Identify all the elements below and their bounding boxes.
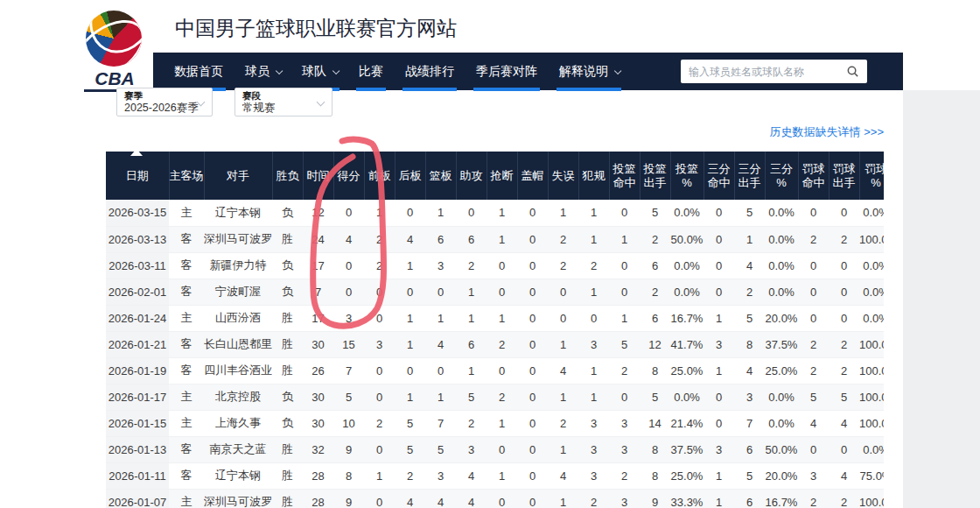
table-row: 2026-01-19客四川丰谷酒业胜267000100412825.0%1425… xyxy=(106,357,884,384)
stat-cell: 8 xyxy=(640,436,670,462)
stat-cell: 1 xyxy=(364,462,395,489)
stat-cell: 6 xyxy=(456,226,486,252)
search-input[interactable] xyxy=(689,66,846,78)
opponent-cell: 南京天之蓝 xyxy=(204,436,272,462)
stat-cell: 1 xyxy=(486,462,517,489)
stat-cell: 4 xyxy=(734,357,765,384)
stat-cell: 0 xyxy=(333,200,364,226)
stat-cell: 2 xyxy=(486,384,517,410)
stat-cell: 3 xyxy=(425,462,456,489)
stat-cell: 20.0% xyxy=(765,462,798,489)
stat-cell: 37.5% xyxy=(765,331,798,357)
stat-cell: 0 xyxy=(517,252,548,279)
stage-filter-dropdown[interactable]: 赛段 常规赛 xyxy=(234,88,332,116)
stat-cell: 1 xyxy=(425,305,456,331)
stat-cell: 0 xyxy=(425,279,456,305)
stat-cell: 0 xyxy=(333,252,364,279)
stat-cell: 1 xyxy=(578,357,609,384)
stat-cell: 9 xyxy=(640,489,670,508)
stat-cell: 32 xyxy=(303,436,333,462)
stat-cell: 4 xyxy=(829,410,859,436)
stat-cell: 0 xyxy=(364,279,395,305)
column-header: 罚球 命中 xyxy=(798,152,829,200)
stat-cell: 3 xyxy=(364,331,395,357)
stat-cell: 30 xyxy=(303,384,333,410)
nav-item-0[interactable]: 数据首页 xyxy=(174,53,223,90)
stat-cell: 0 xyxy=(798,200,829,226)
date-cell: 2026-01-13 xyxy=(106,436,169,462)
stat-cell: 24 xyxy=(303,226,333,252)
search-box[interactable] xyxy=(681,60,867,83)
stat-cell: 0.0% xyxy=(859,279,884,305)
stat-cell: 1 xyxy=(486,305,517,331)
stat-cell: 1 xyxy=(548,489,578,508)
season-filter-dropdown[interactable]: 赛季 2025-2026赛季 xyxy=(116,88,213,116)
stat-cell: 4 xyxy=(395,226,425,252)
opponent-cell: 新疆伊力特 xyxy=(204,252,272,279)
cba-logo[interactable]: CBA xyxy=(84,5,145,89)
stat-cell: 1 xyxy=(578,200,609,226)
stat-cell: 1 xyxy=(734,226,765,252)
history-missing-data-link[interactable]: 历史数据缺失详情 >>> xyxy=(106,124,884,140)
column-header: 得分 xyxy=(333,152,364,200)
column-header: 失误 xyxy=(548,152,578,200)
stat-cell: 0 xyxy=(609,279,640,305)
stat-cell: 7 xyxy=(303,279,333,305)
nav-item-3[interactable]: 比赛 xyxy=(359,53,383,90)
stat-cell: 0 xyxy=(517,279,548,305)
stat-cell: 1 xyxy=(425,384,456,410)
stat-cell: 12 xyxy=(640,331,670,357)
stat-cell: 0 xyxy=(704,410,734,436)
stat-cell: 3 xyxy=(456,436,486,462)
stat-cell: 1 xyxy=(548,200,578,226)
opponent-cell: 四川丰谷酒业 xyxy=(204,357,272,384)
stat-cell: 0 xyxy=(609,252,640,279)
table-row: 2026-01-15主上海久事负30102572102331421.4%070.… xyxy=(106,410,884,436)
stat-cell: 4 xyxy=(456,489,486,508)
stat-cell: 8 xyxy=(640,462,670,489)
nav-item-1[interactable]: 球员 xyxy=(245,53,280,90)
nav-item-6[interactable]: 解释说明 xyxy=(559,53,619,90)
stat-cell: 0 xyxy=(517,200,548,226)
stat-cell: 0 xyxy=(395,279,425,305)
stat-cell: 0 xyxy=(517,226,548,252)
stat-cell: 7 xyxy=(425,410,456,436)
stat-cell: 50.0% xyxy=(670,226,704,252)
date-cell: 2026-03-15 xyxy=(106,200,169,226)
stat-cell: 1 xyxy=(456,305,486,331)
column-header: 三分 % xyxy=(765,152,798,200)
stat-cell: 9 xyxy=(333,436,364,462)
stat-cell: 6 xyxy=(734,436,765,462)
stat-cell: 1 xyxy=(704,462,734,489)
chevron-down-icon xyxy=(614,67,621,74)
column-header: 投篮 出手 xyxy=(640,152,670,200)
stat-cell: 主 xyxy=(169,200,204,226)
stat-cell: 1 xyxy=(704,489,734,508)
search-icon[interactable] xyxy=(846,65,859,78)
stat-cell: 2 xyxy=(548,252,578,279)
stat-cell: 2 xyxy=(609,462,640,489)
header-notch-pointer xyxy=(130,149,143,156)
stat-cell: 1 xyxy=(364,200,395,226)
stat-cell: 5 xyxy=(734,462,765,489)
column-header: 日期 xyxy=(106,152,169,200)
stat-cell: 2 xyxy=(456,252,486,279)
stat-cell: 16.7% xyxy=(670,305,704,331)
opponent-cell: 深圳马可波罗 xyxy=(204,226,272,252)
nav-item-2[interactable]: 球队 xyxy=(302,53,337,90)
stage-filter-label: 赛段 xyxy=(242,91,325,101)
basketball-logo-icon xyxy=(86,11,142,67)
stat-cell: 5 xyxy=(640,200,670,226)
stat-cell: 0 xyxy=(609,200,640,226)
stat-cell: 0 xyxy=(486,436,517,462)
stat-cell: 1 xyxy=(395,331,425,357)
stat-cell: 1 xyxy=(578,226,609,252)
date-cell: 2026-01-11 xyxy=(106,462,169,489)
column-header: 三分 出手 xyxy=(734,152,765,200)
nav-item-4[interactable]: 战绩排行 xyxy=(405,53,454,90)
nav-item-5[interactable]: 季后赛对阵 xyxy=(476,53,537,90)
stat-cell: 4 xyxy=(798,410,829,436)
stat-cell: 26 xyxy=(303,357,333,384)
stat-cell: 0.0% xyxy=(859,305,884,331)
stat-cell: 100.0% xyxy=(859,357,884,384)
